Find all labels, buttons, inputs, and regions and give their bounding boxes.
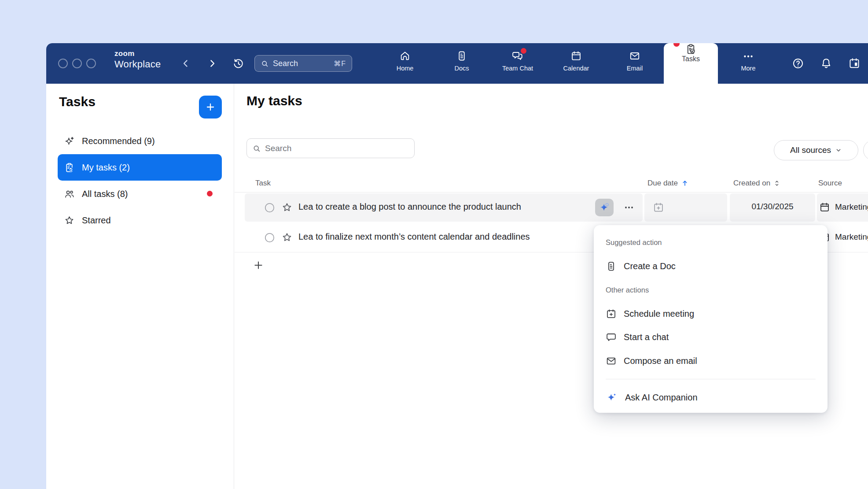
task-title[interactable]: Lea to finalize next month’s content cal… [298,232,530,242]
history-button[interactable] [231,56,246,71]
add-task-button[interactable] [199,96,222,119]
chat-bubble-icon [606,332,617,343]
home-icon [399,50,411,62]
help-button[interactable] [791,56,805,71]
ai-companion-sparkle-icon [606,391,618,404]
global-search-field[interactable]: Search ⌘F [254,55,352,72]
window-zoom-button[interactable] [86,59,96,68]
notifications-button[interactable] [819,56,834,71]
nav-label: Email [627,65,643,72]
calendar-icon [570,50,582,62]
brand-logo: zoom Workplace [114,50,161,69]
task-search-input[interactable] [265,144,409,153]
tasks-clipboard-icon [64,162,75,173]
people-icon [64,189,75,200]
ai-actions-popup: Suggested action Create a Doc Other acti… [594,225,828,413]
column-header-source[interactable]: Source [818,179,842,188]
notification-badge [521,48,526,54]
calendar-icon [819,202,830,213]
search-shortcut: ⌘F [334,59,346,68]
more-ellipsis-icon [743,52,754,61]
brand-zoom: zoom [114,50,161,57]
sidebar-item-starred[interactable]: Starred [58,207,222,233]
app-window: zoom Workplace Search ⌘F [46,43,868,489]
nav-label: Team Chat [502,65,533,72]
set-due-date-button[interactable] [653,202,664,213]
sparkle-icon [64,136,75,147]
task-title[interactable]: Lea to create a blog post to announce th… [298,202,521,212]
nav-label: Docs [454,65,469,72]
brand-workplace: Workplace [114,59,161,69]
window-close-button[interactable] [58,59,68,68]
nav-item-docs[interactable]: Docs [441,43,482,84]
star-toggle[interactable] [281,202,293,213]
menu-item-create-doc[interactable]: Create a Doc [594,254,828,278]
nav-label: Calendar [563,65,589,72]
nav-item-team-chat[interactable]: Team Chat [497,43,538,84]
nav-forward-button[interactable] [205,56,220,71]
nav-item-home[interactable]: Home [385,43,425,84]
history-icon [232,58,244,70]
menu-item-start-chat[interactable]: Start a chat [594,325,828,349]
task-search-field[interactable] [246,138,415,158]
sources-filter-dropdown[interactable]: All sources [774,140,858,160]
nav-item-tasks-active-tab[interactable]: Tasks [664,43,718,84]
chevron-left-icon [180,58,191,69]
sources-filter-value: All sources [790,145,831,155]
task-row[interactable]: Lea to create a blog post to announce th… [235,193,868,222]
sidebar-item-label: My tasks (2) [82,163,130,173]
task-complete-checkbox[interactable] [264,202,275,213]
calendar-plus-icon [606,308,617,319]
notification-badge [207,191,213,196]
window-controls [58,59,96,68]
sidebar-item-label: All tasks (8) [82,189,128,199]
created-on-value: 01/30/2025 [730,202,815,211]
filter-button-partial[interactable] [863,140,868,160]
menu-divider [606,379,816,379]
window-minimize-button[interactable] [72,59,82,68]
source-value: Marketing [835,232,868,242]
sidebar-item-recommended[interactable]: Recommended (9) [58,128,222,154]
bell-icon [820,57,832,70]
menu-item-ask-ai-companion[interactable]: Ask AI Companion [594,385,828,409]
ai-companion-button[interactable] [595,199,614,216]
sidebar-list: Recommended (9) My tasks (2) [46,128,234,233]
chevron-down-icon [835,147,842,154]
doc-icon [606,261,617,272]
sidebar-item-all-tasks[interactable]: All tasks (8) [58,181,222,207]
nav-item-email[interactable]: Email [614,43,655,84]
column-header-task[interactable]: Task [255,179,271,188]
row-more-button[interactable] [623,202,635,213]
ai-companion-sparkle-icon [598,201,611,214]
plus-icon [205,101,216,113]
plus-icon [253,259,264,271]
help-icon [792,57,804,70]
add-task-inline-button[interactable] [252,259,265,271]
notification-badge [673,43,680,47]
column-header-due-date[interactable]: Due date [647,179,689,188]
sidebar-item-label: Starred [82,215,111,226]
schedule-button[interactable] [847,56,862,71]
star-icon [64,215,75,226]
nav-item-calendar[interactable]: Calendar [556,43,596,84]
menu-section-label: Other actions [594,280,828,300]
top-bar: zoom Workplace Search ⌘F [46,43,868,84]
nav-back-button[interactable] [178,56,193,71]
sidebar-item-my-tasks[interactable]: My tasks (2) [58,154,222,181]
menu-section-label: Suggested action [594,232,828,252]
main-content: My tasks All sources Task Due date [235,84,868,489]
sort-both-icon [773,179,781,187]
menu-item-schedule-meeting[interactable]: Schedule meeting [594,302,828,326]
star-toggle[interactable] [281,232,293,243]
nav-label: Tasks [682,55,700,63]
task-complete-checkbox[interactable] [264,232,275,243]
nav-label: Home [397,65,414,72]
menu-item-compose-email[interactable]: Compose an email [594,349,828,373]
calendar-today-icon [848,57,861,70]
nav-item-more[interactable]: More [728,43,769,84]
email-icon [629,50,640,62]
global-search-placeholder: Search [273,59,298,68]
nav-label: More [741,65,755,72]
column-header-created-on[interactable]: Created on [733,179,781,188]
source-value: Marketing [835,202,868,212]
